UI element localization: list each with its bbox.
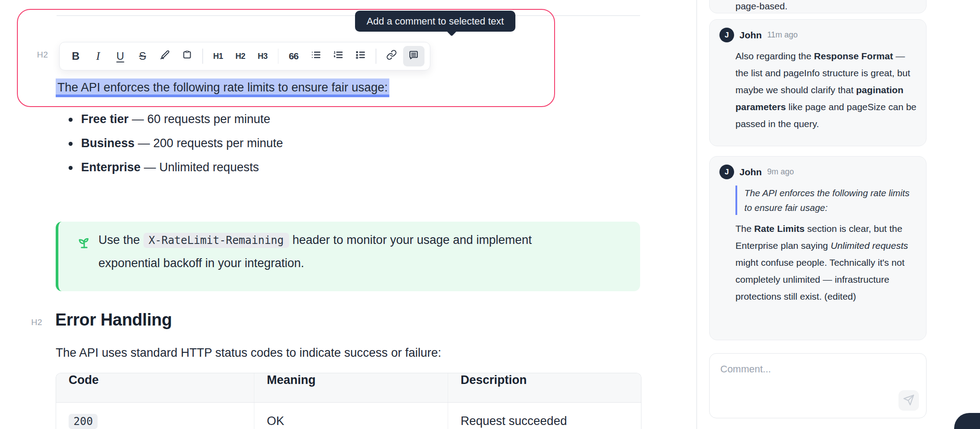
task-list-button[interactable] (350, 46, 371, 66)
italic-icon: I (96, 50, 100, 63)
bold-icon: B (72, 50, 79, 62)
ordered-list-button[interactable] (327, 46, 349, 66)
comment-icon (408, 50, 419, 63)
strikethrough-button[interactable]: S (132, 46, 153, 66)
toolbar-divider (202, 49, 203, 64)
comment-composer (709, 353, 927, 418)
toolbar-divider (376, 49, 376, 64)
highlighter-icon (159, 50, 170, 63)
heading2-button[interactable]: H2 (230, 46, 251, 66)
link-icon (386, 50, 397, 63)
cell-code: 200 (56, 403, 254, 429)
heading1-icon: H1 (213, 52, 223, 61)
bullet-list-button[interactable] (305, 46, 327, 66)
list-item[interactable]: Business — 200 requests per minute (66, 136, 283, 150)
link-button[interactable] (381, 46, 402, 66)
tooltip: Add a comment to selected text (355, 11, 515, 32)
toast-corner (954, 413, 980, 429)
table-row[interactable]: 200 OK Request succeeded (56, 403, 641, 429)
send-comment-button[interactable] (898, 390, 919, 411)
callout-text: Use the X-RateLimit-Remaining header to … (98, 229, 584, 275)
quoted-selection: The API enforces the following rate limi… (735, 186, 914, 215)
code-block-button[interactable] (176, 46, 198, 66)
comment-input[interactable] (710, 354, 926, 418)
underline-icon: U (116, 50, 124, 62)
selected-text-highlight[interactable]: The API enforces the following rate limi… (56, 78, 389, 97)
block-type-label: H2 (31, 318, 42, 327)
comment-card[interactable]: J John 9m ago The API enforces the follo… (709, 156, 927, 340)
cell-description: Request succeeded (448, 403, 641, 429)
tooltip-text: Add a comment to selected text (367, 16, 504, 27)
heading1-button[interactable]: H1 (208, 46, 229, 66)
task-list-icon (355, 50, 366, 63)
send-icon (903, 394, 915, 407)
comment-author: John (739, 167, 762, 177)
italic-button[interactable]: I (87, 46, 109, 66)
tooltip-caret (447, 26, 457, 37)
avatar: J (719, 165, 734, 179)
status-code-table: Code Meaning Description 200 OK Request … (56, 373, 641, 429)
code-block-icon (182, 50, 192, 63)
block-type-label: H2 (37, 50, 48, 60)
comment-card-clipped[interactable]: page-based. (709, 0, 927, 13)
ordered-list-icon (333, 50, 343, 63)
comment-author: John (739, 30, 762, 41)
blockquote-icon: 66 (289, 51, 298, 62)
blockquote-button[interactable]: 66 (283, 46, 304, 66)
table-header-row: Code Meaning Description (56, 373, 641, 403)
comment-card[interactable]: J John 11m ago Also regarding the Respon… (709, 19, 927, 146)
tip-callout[interactable]: Use the X-RateLimit-Remaining header to … (56, 222, 640, 291)
section-divider (57, 15, 640, 16)
status-code-chip: 200 (69, 414, 98, 429)
seedling-icon (76, 234, 92, 252)
section-heading[interactable]: Error Handling (55, 310, 172, 330)
comment-body: Also regarding the Response Format — the… (735, 48, 919, 132)
comment-button[interactable] (403, 46, 425, 66)
comment-text-fragment: page-based. (735, 0, 916, 12)
avatar: J (719, 28, 734, 42)
toolbar-divider (278, 49, 279, 64)
comment-header: J John 11m ago (719, 28, 916, 42)
highlighter-button[interactable] (154, 46, 176, 66)
column-header-meaning: Meaning (254, 373, 448, 402)
column-header-description: Description (448, 373, 641, 402)
paragraph[interactable]: The API uses standard HTTP status codes … (56, 346, 441, 360)
selected-paragraph[interactable]: The API enforces the following rate limi… (56, 78, 389, 97)
bullet-list-icon (310, 50, 321, 63)
rate-limit-list: Free tier — 60 requests per minute Busin… (66, 112, 283, 185)
heading2-icon: H2 (235, 52, 245, 61)
comment-body: The Rate Limits section is clear, but th… (735, 220, 919, 305)
cell-meaning: OK (254, 403, 448, 429)
column-header-code: Code (56, 373, 254, 402)
comment-timestamp: 9m ago (767, 167, 794, 177)
underline-button[interactable]: U (110, 46, 131, 66)
formatting-toolbar: B I U S H1 H2 H3 66 (59, 42, 430, 70)
comment-header: J John 9m ago (719, 165, 916, 179)
list-item[interactable]: Enterprise — Unlimited requests (66, 161, 283, 174)
app-window: Add a comment to selected text H2 B I U … (0, 0, 980, 429)
heading3-button[interactable]: H3 (252, 46, 274, 66)
bold-button[interactable]: B (65, 46, 86, 66)
list-item[interactable]: Free tier — 60 requests per minute (66, 112, 283, 126)
sidebar-divider (696, 0, 697, 429)
comment-timestamp: 11m ago (767, 30, 798, 40)
heading3-icon: H3 (257, 52, 267, 61)
strikethrough-icon: S (139, 50, 146, 62)
